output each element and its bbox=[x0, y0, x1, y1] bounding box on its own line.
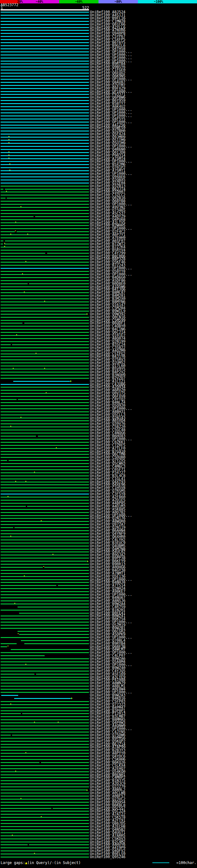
hit-segment bbox=[1, 130, 89, 131]
large-gap-marker-icon bbox=[45, 392, 47, 393]
hit-segment bbox=[1, 783, 89, 784]
hit-segment bbox=[5, 189, 89, 190]
hit-segment bbox=[1, 207, 89, 208]
hit-segment bbox=[1, 658, 89, 659]
hit-segment bbox=[1, 774, 89, 775]
large-gap-marker-icon bbox=[22, 273, 23, 274]
large-gap-marker-icon bbox=[25, 752, 27, 753]
hit-segment bbox=[1, 378, 89, 379]
hit-segment bbox=[1, 262, 89, 262]
large-gap-marker-icon bbox=[12, 368, 14, 369]
hit-segment bbox=[1, 332, 89, 333]
large-gap-marker-icon bbox=[24, 291, 25, 292]
large-gap-marker-icon bbox=[56, 447, 57, 448]
hit-segment bbox=[35, 216, 89, 217]
hit-segment bbox=[24, 323, 89, 323]
hit-segment bbox=[1, 439, 89, 440]
large-gap-marker-icon bbox=[8, 154, 9, 155]
hit-segment bbox=[1, 88, 89, 89]
hit-segment bbox=[1, 399, 17, 400]
hit-segment bbox=[1, 445, 89, 446]
hit-segment bbox=[1, 802, 89, 803]
hit-segment bbox=[1, 844, 28, 845]
hit-segment bbox=[1, 503, 89, 504]
query-block: AB523772 1 522 bbox=[0, 3, 197, 10]
hit-segment bbox=[1, 405, 89, 406]
hit-segment bbox=[1, 295, 89, 296]
hit-segment bbox=[1, 323, 23, 323]
hit-segment bbox=[1, 91, 89, 92]
hit-segment bbox=[1, 30, 89, 31]
hit-segment bbox=[1, 838, 89, 839]
hit-segment bbox=[1, 600, 89, 601]
query-coords: 1 522 bbox=[0, 6, 197, 9]
large-gap-marker-icon bbox=[12, 834, 13, 835]
hit-segment bbox=[1, 823, 89, 824]
large-gap-marker-icon bbox=[44, 301, 45, 302]
hit-segment bbox=[14, 698, 71, 699]
hit-segment bbox=[1, 780, 89, 781]
hit-segment bbox=[1, 311, 89, 312]
hit-segment bbox=[1, 417, 89, 418]
hit-segment bbox=[1, 509, 89, 510]
hit-segment bbox=[1, 521, 89, 522]
large-gap-marker-icon bbox=[24, 575, 25, 576]
hit-segment bbox=[1, 170, 89, 171]
hit-segment bbox=[1, 576, 89, 577]
hit-row[interactable]: UniRef100_Q95Z46 bbox=[0, 856, 197, 859]
hit-segment bbox=[1, 344, 11, 345]
hit-segment bbox=[1, 127, 89, 128]
hit-segment bbox=[1, 195, 89, 195]
large-gap-marker-icon bbox=[15, 770, 16, 771]
hit-segment bbox=[1, 317, 89, 318]
hit-segment bbox=[1, 722, 89, 723]
hit-segment bbox=[1, 82, 89, 83]
hit-segment bbox=[1, 738, 89, 739]
gap-legend-query: (in Query)/ bbox=[27, 861, 52, 865]
hit-segment bbox=[1, 375, 89, 376]
hit-segment bbox=[1, 494, 89, 495]
hit-segment bbox=[1, 250, 89, 251]
hit-segment bbox=[1, 109, 89, 110]
hit-segment bbox=[1, 558, 89, 559]
hit-segment bbox=[1, 829, 89, 830]
large-gap-marker-icon bbox=[52, 554, 54, 555]
hit-segment bbox=[1, 619, 89, 620]
hit-segment bbox=[1, 832, 89, 833]
hit-segment bbox=[1, 305, 89, 305]
hit-segment bbox=[1, 247, 89, 248]
hit-segment bbox=[1, 384, 89, 385]
hit-segment bbox=[1, 857, 89, 858]
large-gap-marker-icon bbox=[7, 496, 9, 497]
hit-segment bbox=[1, 454, 89, 455]
hit-segment bbox=[1, 85, 89, 86]
hit-segment bbox=[1, 725, 89, 726]
hit-segment bbox=[1, 719, 89, 720]
hit-segment bbox=[1, 457, 89, 458]
hit-segment bbox=[1, 228, 89, 229]
hit-segment bbox=[1, 497, 89, 498]
hit-segment bbox=[1, 536, 89, 537]
hit-segment bbox=[1, 225, 89, 226]
hit-segment bbox=[1, 256, 89, 257]
hit-segment bbox=[1, 42, 89, 43]
hit-segment bbox=[1, 570, 89, 571]
hit-segment bbox=[1, 341, 89, 342]
hit-segment bbox=[1, 728, 89, 730]
hit-segment bbox=[1, 113, 89, 113]
hit-segment bbox=[53, 808, 89, 809]
hit-segment bbox=[1, 372, 89, 373]
hit-segment bbox=[1, 655, 45, 656]
large-gap-marker-icon bbox=[34, 471, 35, 472]
hit-segment bbox=[1, 789, 86, 790]
hit-segment bbox=[1, 314, 86, 315]
large-gap-marker-icon bbox=[4, 243, 5, 244]
hit-segment bbox=[1, 234, 89, 235]
hit-segment bbox=[1, 356, 89, 357]
identity-scale-tick: ~80% bbox=[114, 0, 122, 3]
hit-segment bbox=[1, 359, 89, 360]
large-gap-marker-icon bbox=[41, 816, 42, 817]
hit-segment bbox=[1, 463, 89, 464]
large-gap-marker-icon bbox=[10, 535, 11, 536]
hit-segment bbox=[1, 204, 89, 205]
